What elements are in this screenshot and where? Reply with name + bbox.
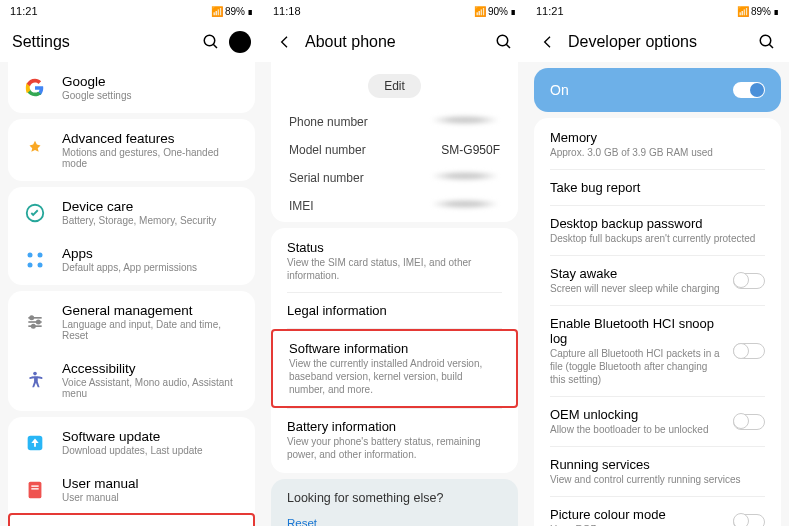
toggle-on-icon[interactable]: [733, 82, 765, 98]
label: Apps: [62, 246, 241, 261]
back-icon[interactable]: [538, 32, 558, 52]
toggle-off-icon[interactable]: [733, 514, 765, 527]
svg-point-12: [32, 325, 35, 328]
on-label: On: [550, 82, 569, 98]
clock: 11:18: [273, 5, 301, 17]
sublabel: View the currently installed Android ver…: [289, 357, 500, 396]
svg-point-5: [28, 262, 33, 267]
sublabel: User manual: [62, 492, 241, 503]
svg-point-0: [204, 35, 215, 46]
info-phone-number: Phone number: [271, 108, 518, 136]
label: OEM unlocking: [550, 407, 725, 422]
sublabel: View your phone's battery status, remain…: [287, 435, 502, 461]
item-oem-unlocking[interactable]: OEM unlockingAllow the bootloader to be …: [534, 397, 781, 446]
section-software-information[interactable]: Software information View the currently …: [271, 329, 518, 408]
sublabel: View and control currently running servi…: [550, 473, 757, 486]
label: Accessibility: [62, 361, 241, 376]
sublabel: Voice Assistant, Mono audio, Assistant m…: [62, 377, 241, 399]
label: User manual: [62, 476, 241, 491]
page-title: Developer options: [568, 33, 757, 51]
svg-point-6: [38, 262, 43, 267]
sublabel: Approx. 3.0 GB of 3.9 GB RAM used: [550, 146, 757, 159]
svg-line-24: [769, 44, 773, 48]
label: Stay awake: [550, 266, 725, 281]
dev-options-content[interactable]: On MemoryApprox. 3.0 GB of 3.9 GB RAM us…: [526, 62, 789, 526]
master-toggle-row[interactable]: On: [534, 68, 781, 112]
back-icon[interactable]: [275, 32, 295, 52]
about-content[interactable]: Edit Phone number Model numberSM-G950F S…: [263, 62, 526, 526]
label: Picture colour mode: [550, 507, 725, 522]
sublabel: Language and input, Date and time, Reset: [62, 319, 241, 341]
label: Legal information: [287, 303, 502, 318]
item-memory[interactable]: MemoryApprox. 3.0 GB of 3.9 GB RAM used: [534, 120, 781, 169]
redacted: [430, 199, 500, 209]
label: Take bug report: [550, 180, 757, 195]
search-icon[interactable]: [494, 32, 514, 52]
avatar[interactable]: [229, 31, 251, 53]
redacted: [430, 171, 500, 181]
edit-button[interactable]: Edit: [368, 74, 421, 98]
search-icon[interactable]: [201, 32, 221, 52]
label: Running services: [550, 457, 757, 472]
sublabel: Motions and gestures, One-handed mode: [62, 147, 241, 169]
svg-point-10: [30, 316, 33, 319]
svg-point-11: [37, 320, 40, 323]
label: Advanced features: [62, 131, 241, 146]
svg-rect-17: [31, 488, 38, 489]
signal-icon: 📶: [211, 6, 223, 17]
page-title: About phone: [305, 33, 494, 51]
svg-line-22: [506, 44, 510, 48]
page-title: Settings: [12, 33, 201, 51]
signal-icon: 📶: [737, 6, 749, 17]
settings-item-google[interactable]: GoogleGoogle settings: [8, 64, 255, 111]
settings-item-about-phone[interactable]: About phoneStatus, Legal information, Ph…: [8, 513, 255, 526]
battery-text: 89%: [225, 6, 245, 17]
svg-point-13: [33, 372, 37, 376]
advanced-icon: [22, 137, 48, 163]
status-icons: 📶 89% ∎: [211, 6, 253, 17]
svg-point-21: [497, 35, 508, 46]
key: IMEI: [289, 199, 314, 213]
statusbar: 11:21 📶 89% ∎: [0, 0, 263, 22]
section-legal-information[interactable]: Legal information: [271, 293, 518, 328]
settings-item-device-care[interactable]: Device careBattery, Storage, Memory, Sec…: [8, 189, 255, 236]
apps-icon: [22, 247, 48, 273]
clock: 11:21: [536, 5, 564, 17]
item-picture-colour-mode[interactable]: Picture colour modeUse sRGB: [534, 497, 781, 526]
toggle-off-icon[interactable]: [733, 343, 765, 359]
header: Developer options: [526, 22, 789, 62]
header: About phone: [263, 22, 526, 62]
search-icon[interactable]: [757, 32, 777, 52]
settings-item-software-update[interactable]: Software updateDownload updates, Last up…: [8, 419, 255, 466]
header: Settings: [0, 22, 263, 62]
settings-item-advanced-features[interactable]: Advanced featuresMotions and gestures, O…: [8, 121, 255, 179]
sublabel: Download updates, Last update: [62, 445, 241, 456]
label: Desktop backup password: [550, 216, 757, 231]
settings-item-apps[interactable]: AppsDefault apps, App permissions: [8, 236, 255, 283]
settings-item-accessibility[interactable]: AccessibilityVoice Assistant, Mono audio…: [8, 351, 255, 409]
item-running-services[interactable]: Running servicesView and control current…: [534, 447, 781, 496]
sublabel: Screen will never sleep while charging: [550, 282, 725, 295]
sublabel: Google settings: [62, 90, 241, 101]
label: Status: [287, 240, 502, 255]
settings-item-user-manual[interactable]: User manualUser manual: [8, 466, 255, 513]
settings-list[interactable]: GoogleGoogle settings Advanced featuresM…: [0, 62, 263, 526]
svg-point-23: [760, 35, 771, 46]
google-icon: [22, 75, 48, 101]
sublabel: Battery, Storage, Memory, Security: [62, 215, 241, 226]
manual-icon: [22, 477, 48, 503]
section-status[interactable]: Status View the SIM card status, IMEI, a…: [271, 230, 518, 292]
item-stay-awake[interactable]: Stay awakeScreen will never sleep while …: [534, 256, 781, 305]
info-model-number: Model numberSM-G950F: [271, 136, 518, 164]
svg-point-4: [38, 252, 43, 257]
item-enable-bluetooth-hci[interactable]: Enable Bluetooth HCI snoop logCapture al…: [534, 306, 781, 396]
screen-about-phone: 11:18 📶 90% ∎ About phone Edit Phone num…: [263, 0, 526, 526]
link-reset[interactable]: Reset: [287, 513, 502, 526]
sublabel: Default apps, App permissions: [62, 262, 241, 273]
section-battery-information[interactable]: Battery information View your phone's ba…: [271, 409, 518, 471]
toggle-off-icon[interactable]: [733, 273, 765, 289]
settings-item-general-management[interactable]: General managementLanguage and input, Da…: [8, 293, 255, 351]
toggle-off-icon[interactable]: [733, 414, 765, 430]
item-take-bug-report[interactable]: Take bug report: [534, 170, 781, 205]
item-desktop-backup-password[interactable]: Desktop backup passwordDesktop full back…: [534, 206, 781, 255]
